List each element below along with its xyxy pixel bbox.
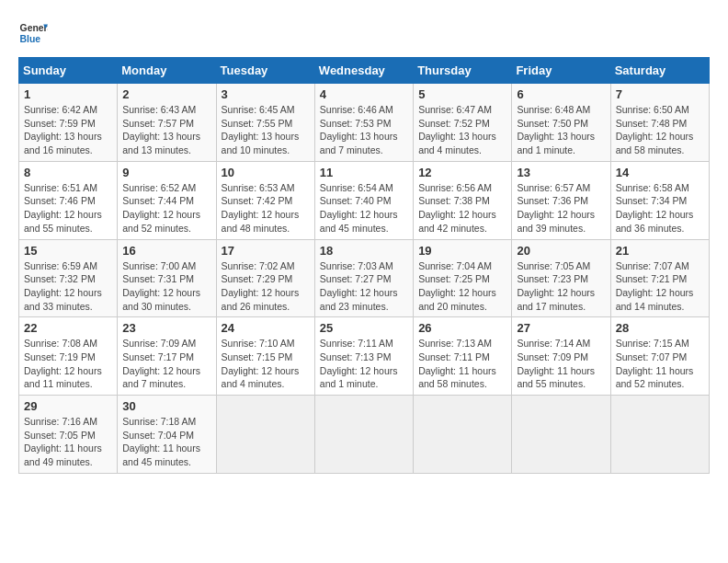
calendar-header-row: SundayMondayTuesdayWednesdayThursdayFrid… [19,58,710,84]
day-number: 26 [418,321,506,335]
day-detail: Sunrise: 6:42 AM Sunset: 7:59 PM Dayligh… [24,103,112,157]
calendar-day-cell: 10Sunrise: 6:53 AM Sunset: 7:42 PM Dayli… [216,161,314,239]
day-number: 10 [222,166,310,179]
calendar-day-cell: 25Sunrise: 7:11 AM Sunset: 7:13 PM Dayli… [314,317,413,396]
day-detail: Sunrise: 7:15 AM Sunset: 7:07 PM Dayligh… [616,337,704,391]
day-detail: Sunrise: 7:05 AM Sunset: 7:23 PM Dayligh… [517,259,605,314]
calendar-table: SundayMondayTuesdayWednesdayThursdayFrid… [18,57,710,474]
svg-text:General: General [20,23,48,33]
calendar-day-cell: 26Sunrise: 7:13 AM Sunset: 7:11 PM Dayli… [414,317,512,396]
weekday-header: Saturday [610,58,709,84]
weekday-header: Monday [118,58,216,84]
day-detail: Sunrise: 7:10 AM Sunset: 7:15 PM Dayligh… [222,337,310,391]
calendar-day-cell: 11Sunrise: 6:54 AM Sunset: 7:40 PM Dayli… [314,161,413,239]
day-number: 13 [517,166,605,179]
day-number: 12 [418,166,506,179]
day-detail: Sunrise: 6:58 AM Sunset: 7:34 PM Dayligh… [616,181,704,236]
day-number: 22 [24,321,112,335]
day-detail: Sunrise: 7:09 AM Sunset: 7:17 PM Dayligh… [122,337,210,391]
calendar-week-row: 22Sunrise: 7:08 AM Sunset: 7:19 PM Dayli… [19,317,710,396]
day-number: 28 [616,321,704,335]
day-detail: Sunrise: 7:02 AM Sunset: 7:29 PM Dayligh… [222,259,310,314]
day-detail: Sunrise: 6:47 AM Sunset: 7:52 PM Dayligh… [418,103,506,157]
day-number: 17 [222,244,310,258]
day-detail: Sunrise: 6:50 AM Sunset: 7:48 PM Dayligh… [616,103,704,157]
calendar-day-cell: 12Sunrise: 6:56 AM Sunset: 7:38 PM Dayli… [414,161,512,239]
weekday-header: Sunday [19,58,118,84]
weekday-header: Wednesday [314,58,413,84]
day-detail: Sunrise: 7:14 AM Sunset: 7:09 PM Dayligh… [517,337,605,391]
day-detail: Sunrise: 7:08 AM Sunset: 7:19 PM Dayligh… [24,337,112,391]
day-detail: Sunrise: 6:48 AM Sunset: 7:50 PM Dayligh… [517,103,605,157]
day-detail: Sunrise: 7:16 AM Sunset: 7:05 PM Dayligh… [24,415,112,469]
calendar-day-cell: 17Sunrise: 7:02 AM Sunset: 7:29 PM Dayli… [216,239,314,317]
day-detail: Sunrise: 7:03 AM Sunset: 7:27 PM Dayligh… [320,259,408,314]
calendar-day-cell [314,396,413,474]
day-number: 8 [24,166,112,179]
calendar-day-cell: 7Sunrise: 6:50 AM Sunset: 7:48 PM Daylig… [610,84,709,162]
page-header: General Blue [18,18,710,48]
day-number: 3 [222,87,310,101]
calendar-day-cell [216,396,314,474]
day-number: 2 [122,87,210,101]
day-number: 7 [616,87,704,101]
calendar-day-cell: 9Sunrise: 6:52 AM Sunset: 7:44 PM Daylig… [118,161,216,239]
day-number: 23 [122,321,210,335]
calendar-day-cell: 2Sunrise: 6:43 AM Sunset: 7:57 PM Daylig… [118,84,216,162]
day-detail: Sunrise: 7:13 AM Sunset: 7:11 PM Dayligh… [418,337,506,391]
weekday-header: Thursday [414,58,512,84]
calendar-day-cell: 18Sunrise: 7:03 AM Sunset: 7:27 PM Dayli… [314,239,413,317]
day-detail: Sunrise: 7:07 AM Sunset: 7:21 PM Dayligh… [616,259,704,314]
calendar-day-cell: 30Sunrise: 7:18 AM Sunset: 7:04 PM Dayli… [118,396,216,474]
day-number: 15 [24,244,112,258]
day-detail: Sunrise: 6:43 AM Sunset: 7:57 PM Dayligh… [122,103,210,157]
day-number: 29 [24,399,112,413]
day-number: 24 [222,321,310,335]
day-detail: Sunrise: 6:45 AM Sunset: 7:55 PM Dayligh… [222,103,310,157]
calendar-day-cell: 27Sunrise: 7:14 AM Sunset: 7:09 PM Dayli… [512,317,610,396]
day-detail: Sunrise: 6:56 AM Sunset: 7:38 PM Dayligh… [418,181,506,236]
day-number: 14 [616,166,704,179]
calendar-week-row: 1Sunrise: 6:42 AM Sunset: 7:59 PM Daylig… [19,84,710,162]
day-number: 25 [320,321,408,335]
day-detail: Sunrise: 6:59 AM Sunset: 7:32 PM Dayligh… [24,259,112,314]
calendar-week-row: 8Sunrise: 6:51 AM Sunset: 7:46 PM Daylig… [19,161,710,239]
day-number: 1 [24,87,112,101]
day-detail: Sunrise: 6:57 AM Sunset: 7:36 PM Dayligh… [517,181,605,236]
day-detail: Sunrise: 6:54 AM Sunset: 7:40 PM Dayligh… [320,181,408,236]
calendar-day-cell: 23Sunrise: 7:09 AM Sunset: 7:17 PM Dayli… [118,317,216,396]
calendar-day-cell: 22Sunrise: 7:08 AM Sunset: 7:19 PM Dayli… [19,317,118,396]
calendar-day-cell [414,396,512,474]
day-detail: Sunrise: 6:52 AM Sunset: 7:44 PM Dayligh… [122,181,210,236]
day-number: 6 [517,87,605,101]
day-number: 16 [122,244,210,258]
day-detail: Sunrise: 7:18 AM Sunset: 7:04 PM Dayligh… [122,415,210,469]
calendar-day-cell: 20Sunrise: 7:05 AM Sunset: 7:23 PM Dayli… [512,239,610,317]
day-number: 27 [517,321,605,335]
calendar-body: 1Sunrise: 6:42 AM Sunset: 7:59 PM Daylig… [19,84,710,474]
day-detail: Sunrise: 7:11 AM Sunset: 7:13 PM Dayligh… [320,337,408,391]
calendar-day-cell: 29Sunrise: 7:16 AM Sunset: 7:05 PM Dayli… [19,396,118,474]
logo: General Blue [18,18,51,48]
calendar-day-cell: 21Sunrise: 7:07 AM Sunset: 7:21 PM Dayli… [610,239,709,317]
calendar-day-cell [610,396,709,474]
day-detail: Sunrise: 6:51 AM Sunset: 7:46 PM Dayligh… [24,181,112,236]
calendar-day-cell: 1Sunrise: 6:42 AM Sunset: 7:59 PM Daylig… [19,84,118,162]
day-number: 30 [122,399,210,413]
calendar-day-cell: 4Sunrise: 6:46 AM Sunset: 7:53 PM Daylig… [314,84,413,162]
day-number: 18 [320,244,408,258]
calendar-day-cell: 6Sunrise: 6:48 AM Sunset: 7:50 PM Daylig… [512,84,610,162]
day-number: 20 [517,244,605,258]
calendar-day-cell: 28Sunrise: 7:15 AM Sunset: 7:07 PM Dayli… [610,317,709,396]
calendar-day-cell [512,396,610,474]
logo-icon: General Blue [18,18,48,48]
calendar-day-cell: 13Sunrise: 6:57 AM Sunset: 7:36 PM Dayli… [512,161,610,239]
day-number: 19 [418,244,506,258]
day-number: 5 [418,87,506,101]
svg-text:Blue: Blue [20,34,41,44]
calendar-day-cell: 5Sunrise: 6:47 AM Sunset: 7:52 PM Daylig… [414,84,512,162]
day-detail: Sunrise: 6:46 AM Sunset: 7:53 PM Dayligh… [320,103,408,157]
calendar-day-cell: 14Sunrise: 6:58 AM Sunset: 7:34 PM Dayli… [610,161,709,239]
calendar-day-cell: 15Sunrise: 6:59 AM Sunset: 7:32 PM Dayli… [19,239,118,317]
weekday-header: Tuesday [216,58,314,84]
